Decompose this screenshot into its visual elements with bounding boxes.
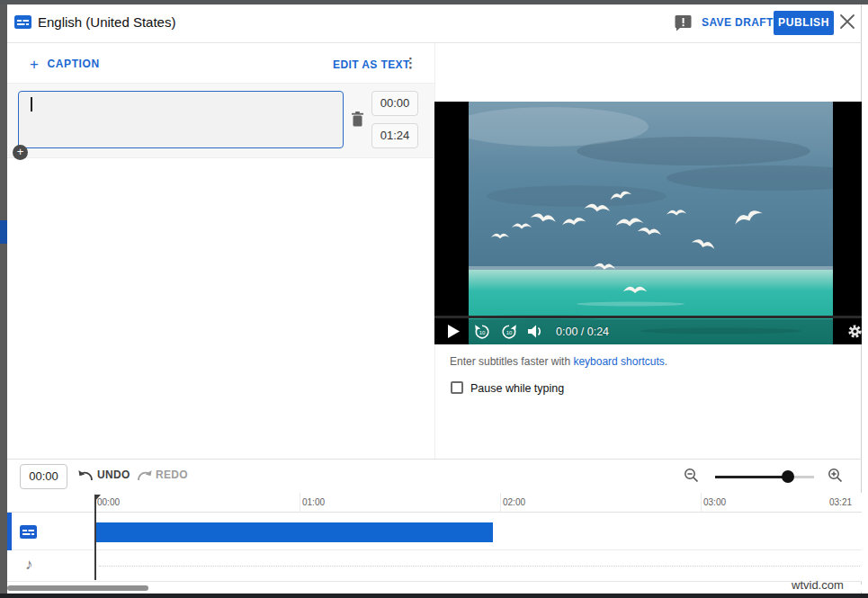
video-player[interactable]: 10 10 0:00 / 0:24: [434, 102, 862, 344]
caption-start-time[interactable]: 00:00: [371, 91, 418, 116]
rewind-10-icon[interactable]: 10: [474, 324, 490, 340]
caption-row: 00:00 01:24 +: [7, 83, 434, 158]
seek-bar[interactable]: [434, 316, 862, 318]
zoom-slider-thumb[interactable]: [782, 470, 794, 483]
caption-text-input[interactable]: [18, 91, 344, 148]
text-caret: [31, 97, 32, 112]
timeline-divider: [7, 459, 862, 460]
video-scene: [469, 102, 833, 344]
undo-label: UNDO: [97, 469, 130, 481]
caption-track-row[interactable]: [7, 513, 862, 550]
caption-editor-dialog: English (United States) SAVE DRAFT PUBLI…: [0, 0, 868, 598]
add-caption-label: CAPTION: [48, 58, 100, 70]
svg-text:10: 10: [506, 330, 513, 335]
timeline-scrollbar: [7, 585, 862, 592]
kebab-menu-icon[interactable]: ⋮: [404, 55, 416, 73]
background-sidebar-selected-item: [0, 220, 7, 244]
trash-icon[interactable]: [351, 112, 364, 127]
background-bottom-strip: [0, 594, 868, 598]
ruler-tick: [300, 493, 300, 513]
caption-track-accent: [7, 513, 12, 550]
add-caption-between-button[interactable]: +: [13, 145, 28, 160]
close-icon[interactable]: [839, 13, 855, 30]
timeline-ruler[interactable]: 00:00 01:00 02:00 03:00 03:21: [7, 493, 862, 513]
timeline-scrollbar-thumb[interactable]: [7, 585, 148, 591]
play-icon[interactable]: [448, 325, 460, 338]
ruler-tick: [500, 493, 501, 513]
redo-button[interactable]: REDO: [137, 469, 188, 481]
zoom-slider-fill: [715, 476, 788, 478]
ruler-label: 02:00: [503, 497, 525, 507]
language-title: English (United States): [38, 14, 175, 30]
redo-label: REDO: [156, 469, 188, 481]
edit-as-text-button[interactable]: EDIT AS TEXT: [333, 58, 410, 71]
shortcut-tip: Enter subtitles faster with keyboard sho…: [450, 355, 667, 368]
settings-gear-icon[interactable]: [847, 324, 863, 339]
tip-text: Enter subtitles faster with: [450, 355, 573, 368]
ruler-label: 01:00: [302, 497, 325, 507]
subtitles-icon: [14, 15, 31, 29]
undo-button[interactable]: UNDO: [78, 469, 130, 481]
volume-icon[interactable]: [528, 325, 544, 338]
background-left-strip: [0, 4, 7, 594]
forward-10-icon[interactable]: 10: [501, 324, 517, 340]
svg-text:10: 10: [479, 330, 486, 335]
caption-track-icon: [20, 525, 37, 539]
pause-while-typing-label: Pause while typing: [470, 382, 564, 395]
watermark: wtvid.com: [792, 578, 844, 592]
player-controls: 10 10 0:00 / 0:24: [434, 319, 862, 344]
zoom-slider-track[interactable]: [715, 476, 814, 478]
caption-end-time[interactable]: 01:24: [371, 123, 418, 148]
add-caption-button[interactable]: +CAPTION: [30, 56, 100, 74]
redo-icon: [137, 469, 152, 481]
music-note-icon: ♪: [25, 556, 33, 574]
publish-button[interactable]: PUBLISH: [774, 11, 834, 35]
undo-icon: [78, 469, 94, 481]
ruler-tick: [701, 493, 702, 513]
audio-waveform: [99, 566, 860, 567]
feedback-icon[interactable]: [675, 14, 692, 31]
audio-track-row[interactable]: ♪: [7, 550, 862, 582]
tip-period: .: [665, 355, 667, 368]
time-display: 0:00 / 0:24: [556, 326, 609, 338]
pause-while-typing-checkbox[interactable]: [451, 381, 463, 394]
video-frame: [469, 102, 833, 344]
keyboard-shortcuts-link[interactable]: keyboard shortcuts: [573, 355, 664, 368]
playhead-line[interactable]: [94, 495, 96, 580]
save-draft-button[interactable]: SAVE DRAFT: [702, 16, 774, 29]
zoom-out-icon[interactable]: [684, 468, 699, 483]
playhead-flag: [95, 495, 101, 501]
ruler-label: 03:21: [829, 497, 852, 507]
plus-icon: +: [30, 56, 40, 73]
ruler-label: 03:00: [703, 497, 726, 507]
timeline-current-time[interactable]: 00:00: [20, 464, 67, 489]
zoom-in-icon[interactable]: [828, 468, 843, 483]
caption-segment-bar[interactable]: [94, 522, 493, 542]
